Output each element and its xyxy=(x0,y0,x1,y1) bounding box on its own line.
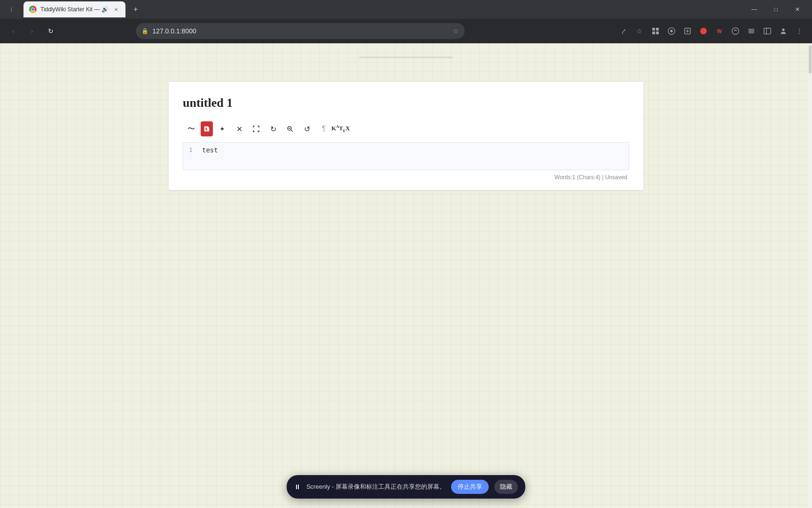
right-scrollbar[interactable] xyxy=(808,43,812,508)
paragraph-tool-btn[interactable]: ¶ xyxy=(316,121,331,136)
wave-tool-btn[interactable]: 〜 xyxy=(184,121,199,136)
editor-title: untitled 1 xyxy=(183,96,629,110)
extensions-icon[interactable] xyxy=(648,24,663,38)
svg-rect-13 xyxy=(764,28,771,34)
security-icon: 🔒 xyxy=(141,28,148,34)
svg-rect-3 xyxy=(656,32,659,34)
svg-rect-11 xyxy=(749,31,755,32)
svg-rect-2 xyxy=(652,32,655,34)
line-number: 1 xyxy=(189,146,195,153)
extension2-btn[interactable] xyxy=(680,24,695,38)
svg-rect-1 xyxy=(656,28,659,31)
menu-btn[interactable]: ⋮ xyxy=(792,24,806,38)
address-bar[interactable]: 🔒 127.0.0.1:8000 ☆ xyxy=(136,23,465,39)
svg-point-9 xyxy=(732,28,739,34)
svg-line-17 xyxy=(291,130,293,132)
maximize-button[interactable]: □ xyxy=(765,2,787,16)
pause-icon: ⏸ xyxy=(294,483,301,491)
editor-status: Words:1 (Chars:4) | Unsaved xyxy=(183,174,629,181)
redo-tool-btn[interactable]: ↻ xyxy=(265,121,281,136)
tab-close-btn[interactable]: ✕ xyxy=(112,6,120,13)
extension3-btn[interactable]: W xyxy=(712,24,726,38)
browser-titlebar: ⟨ TiddlyWiki Starter Kit — 🔊 ✕ + — □ ✕ xyxy=(0,0,812,19)
undo-tool-btn[interactable]: ↺ xyxy=(299,121,314,136)
active-tab[interactable]: TiddlyWiki Starter Kit — 🔊 ✕ xyxy=(23,1,125,17)
editor-toolbar: 〜 ✦ ✕ ↻ ↺ ¶ xyxy=(183,119,629,138)
zoom-tool-btn[interactable] xyxy=(282,121,297,136)
forward-button[interactable]: › xyxy=(24,24,39,39)
browser-chrome: ⟨ TiddlyWiki Starter Kit — 🔊 ✕ + — □ ✕ ‹… xyxy=(0,0,812,43)
hide-notification-button[interactable]: 隐藏 xyxy=(494,480,518,494)
bookmark-icon[interactable]: ☆ xyxy=(453,27,459,35)
notification-text: Screenly - 屏幕录像和标注工具正在共享您的屏幕。 xyxy=(306,483,445,491)
svg-rect-10 xyxy=(749,29,755,30)
scroll-hint xyxy=(359,56,453,58)
tab-title: TiddlyWiki Starter Kit — 🔊 xyxy=(40,6,109,13)
svg-rect-12 xyxy=(749,32,755,33)
close-tool-btn[interactable]: ✕ xyxy=(232,121,247,136)
browser-nav: ‹ › ↻ 🔒 127.0.0.1:8000 ☆ ⤤ ☆ W xyxy=(0,19,812,43)
new-tab-button[interactable]: + xyxy=(129,3,142,16)
nav-actions: ⤤ ☆ W xyxy=(617,24,806,38)
extension4-btn[interactable] xyxy=(728,24,742,38)
pin-tool-btn[interactable]: ✦ xyxy=(215,121,230,136)
scrollbar-thumb xyxy=(809,45,812,73)
save-button[interactable] xyxy=(201,121,213,136)
external-link-icon[interactable]: ⤤ xyxy=(617,24,631,38)
address-text: 127.0.0.1:8000 xyxy=(152,27,449,35)
svg-rect-0 xyxy=(652,28,655,31)
refresh-button[interactable]: ↻ xyxy=(43,24,58,39)
star-icon[interactable]: ☆ xyxy=(632,24,647,38)
red-circle-btn[interactable] xyxy=(696,24,710,38)
line-text: test xyxy=(202,146,218,154)
page-content: untitled 1 〜 ✦ ✕ ↻ xyxy=(0,43,812,508)
extension5-btn[interactable] xyxy=(744,24,758,38)
editor-card: untitled 1 〜 ✦ ✕ ↻ xyxy=(169,82,643,190)
editor-content-area[interactable]: 1 test xyxy=(183,142,629,170)
svg-point-5 xyxy=(670,30,672,32)
extension1-btn[interactable] xyxy=(664,24,679,38)
history-btn[interactable]: ⟨ xyxy=(4,2,19,17)
close-button[interactable]: ✕ xyxy=(787,2,808,16)
avatar-btn[interactable] xyxy=(776,24,790,38)
back-button[interactable]: ‹ xyxy=(6,24,21,39)
minimize-button[interactable]: — xyxy=(743,2,765,16)
katex-tool-btn[interactable]: KATEX xyxy=(333,121,348,136)
svg-point-15 xyxy=(782,29,784,31)
sidebar-btn[interactable] xyxy=(760,24,774,38)
editor-line: 1 test xyxy=(189,146,623,154)
stop-sharing-button[interactable]: 停止共享 xyxy=(451,480,489,494)
bottom-notification: ⏸ Screenly - 屏幕录像和标注工具正在共享您的屏幕。 停止共享 隐藏 xyxy=(287,475,525,499)
expand-tool-btn[interactable] xyxy=(249,121,264,136)
tab-favicon xyxy=(29,6,37,13)
